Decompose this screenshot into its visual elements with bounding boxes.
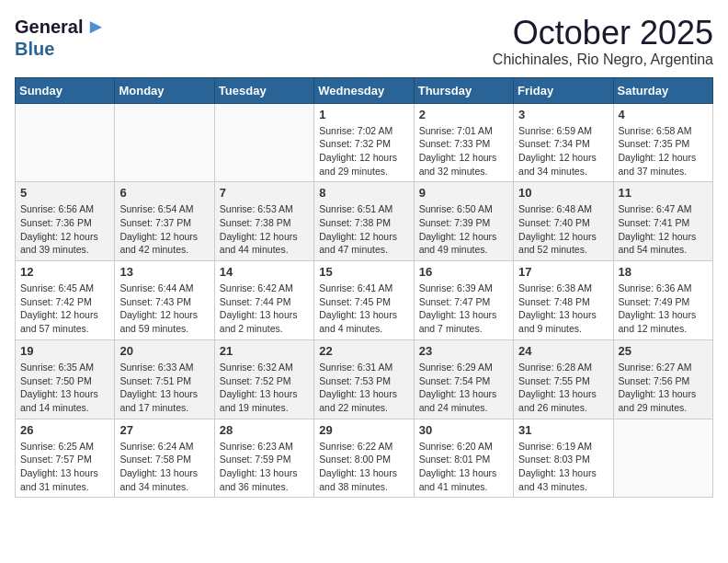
calendar-cell: 25Sunrise: 6:27 AM Sunset: 7:56 PM Dayli… xyxy=(613,339,712,419)
day-number: 9 xyxy=(419,186,508,200)
page-header: General ► Blue October 2025 Chichinales,… xyxy=(15,15,713,68)
logo-blue: Blue xyxy=(15,39,54,59)
day-number: 19 xyxy=(20,344,109,358)
day-number: 7 xyxy=(220,186,309,200)
day-number: 22 xyxy=(319,344,408,358)
day-number: 8 xyxy=(319,186,408,200)
day-detail: Sunrise: 6:48 AM Sunset: 7:40 PM Dayligh… xyxy=(518,202,608,257)
calendar-week-row: 26Sunrise: 6:25 AM Sunset: 7:57 PM Dayli… xyxy=(16,419,713,498)
calendar-cell: 6Sunrise: 6:54 AM Sunset: 7:37 PM Daylig… xyxy=(115,182,214,261)
day-detail: Sunrise: 6:19 AM Sunset: 8:03 PM Dayligh… xyxy=(518,440,608,494)
day-number: 17 xyxy=(518,265,608,279)
day-number: 18 xyxy=(619,265,708,279)
day-number: 15 xyxy=(319,265,408,279)
day-number: 30 xyxy=(419,423,508,437)
logo-general: General xyxy=(15,17,83,37)
day-detail: Sunrise: 7:02 AM Sunset: 7:32 PM Dayligh… xyxy=(319,124,408,178)
weekday-header-saturday: Saturday xyxy=(613,77,712,103)
day-number: 13 xyxy=(119,265,209,279)
day-detail: Sunrise: 6:20 AM Sunset: 8:01 PM Dayligh… xyxy=(419,440,508,494)
calendar-cell: 11Sunrise: 6:47 AM Sunset: 7:41 PM Dayli… xyxy=(613,182,712,261)
day-detail: Sunrise: 6:22 AM Sunset: 8:00 PM Dayligh… xyxy=(319,440,408,494)
location-title: Chichinales, Rio Negro, Argentina xyxy=(493,52,713,68)
day-number: 20 xyxy=(119,344,209,358)
weekday-header-friday: Friday xyxy=(514,77,613,103)
month-title: October 2025 xyxy=(493,15,713,52)
day-number: 4 xyxy=(619,108,708,121)
day-detail: Sunrise: 6:38 AM Sunset: 7:48 PM Dayligh… xyxy=(518,282,608,336)
day-detail: Sunrise: 6:47 AM Sunset: 7:41 PM Dayligh… xyxy=(619,202,708,257)
calendar-cell: 17Sunrise: 6:38 AM Sunset: 7:48 PM Dayli… xyxy=(514,261,613,340)
day-number: 1 xyxy=(319,108,408,121)
calendar-cell: 10Sunrise: 6:48 AM Sunset: 7:40 PM Dayli… xyxy=(514,182,613,261)
day-number: 26 xyxy=(20,423,109,437)
day-number: 28 xyxy=(220,423,309,437)
day-detail: Sunrise: 6:41 AM Sunset: 7:45 PM Dayligh… xyxy=(319,282,408,336)
day-detail: Sunrise: 6:53 AM Sunset: 7:38 PM Dayligh… xyxy=(220,202,309,257)
day-number: 31 xyxy=(518,423,608,437)
day-detail: Sunrise: 6:25 AM Sunset: 7:57 PM Dayligh… xyxy=(20,440,109,494)
calendar-cell: 30Sunrise: 6:20 AM Sunset: 8:01 PM Dayli… xyxy=(414,419,513,498)
day-number: 23 xyxy=(419,344,508,358)
day-detail: Sunrise: 7:01 AM Sunset: 7:33 PM Dayligh… xyxy=(419,124,508,178)
calendar-cell: 31Sunrise: 6:19 AM Sunset: 8:03 PM Dayli… xyxy=(514,419,613,498)
calendar-cell: 26Sunrise: 6:25 AM Sunset: 7:57 PM Dayli… xyxy=(16,419,115,498)
calendar-week-row: 12Sunrise: 6:45 AM Sunset: 7:42 PM Dayli… xyxy=(16,261,713,340)
day-detail: Sunrise: 6:32 AM Sunset: 7:52 PM Dayligh… xyxy=(220,361,309,415)
day-detail: Sunrise: 6:35 AM Sunset: 7:50 PM Dayligh… xyxy=(20,361,109,415)
day-detail: Sunrise: 6:51 AM Sunset: 7:38 PM Dayligh… xyxy=(319,202,408,257)
day-number: 27 xyxy=(119,423,209,437)
weekday-header-row: SundayMondayTuesdayWednesdayThursdayFrid… xyxy=(16,77,713,103)
day-number: 2 xyxy=(419,108,508,121)
calendar-cell xyxy=(16,103,115,182)
logo: General ► Blue xyxy=(15,15,106,59)
day-detail: Sunrise: 6:33 AM Sunset: 7:51 PM Dayligh… xyxy=(119,361,209,415)
day-number: 10 xyxy=(518,186,608,200)
day-detail: Sunrise: 6:39 AM Sunset: 7:47 PM Dayligh… xyxy=(419,282,508,336)
day-number: 16 xyxy=(419,265,508,279)
day-detail: Sunrise: 6:58 AM Sunset: 7:35 PM Dayligh… xyxy=(619,124,708,178)
day-detail: Sunrise: 6:36 AM Sunset: 7:49 PM Dayligh… xyxy=(619,282,708,336)
day-detail: Sunrise: 6:27 AM Sunset: 7:56 PM Dayligh… xyxy=(619,361,708,415)
calendar-cell: 16Sunrise: 6:39 AM Sunset: 7:47 PM Dayli… xyxy=(414,261,513,340)
day-number: 14 xyxy=(220,265,309,279)
calendar-cell: 3Sunrise: 6:59 AM Sunset: 7:34 PM Daylig… xyxy=(514,103,613,182)
calendar-cell: 14Sunrise: 6:42 AM Sunset: 7:44 PM Dayli… xyxy=(214,261,313,340)
calendar-cell: 19Sunrise: 6:35 AM Sunset: 7:50 PM Dayli… xyxy=(16,339,115,419)
calendar-cell xyxy=(115,103,214,182)
weekday-header-tuesday: Tuesday xyxy=(214,77,313,103)
day-detail: Sunrise: 6:31 AM Sunset: 7:53 PM Dayligh… xyxy=(319,361,408,415)
calendar-week-row: 5Sunrise: 6:56 AM Sunset: 7:36 PM Daylig… xyxy=(16,182,713,261)
weekday-header-monday: Monday xyxy=(115,77,214,103)
calendar-cell: 21Sunrise: 6:32 AM Sunset: 7:52 PM Dayli… xyxy=(214,339,313,419)
day-detail: Sunrise: 6:28 AM Sunset: 7:55 PM Dayligh… xyxy=(518,361,608,415)
day-number: 11 xyxy=(619,186,708,200)
logo-arrow-icon: ► xyxy=(85,15,106,39)
day-number: 6 xyxy=(119,186,209,200)
day-detail: Sunrise: 6:45 AM Sunset: 7:42 PM Dayligh… xyxy=(20,282,109,336)
day-detail: Sunrise: 6:56 AM Sunset: 7:36 PM Dayligh… xyxy=(20,202,109,257)
day-detail: Sunrise: 6:42 AM Sunset: 7:44 PM Dayligh… xyxy=(220,282,309,336)
calendar-cell: 23Sunrise: 6:29 AM Sunset: 7:54 PM Dayli… xyxy=(414,339,513,419)
calendar-cell: 15Sunrise: 6:41 AM Sunset: 7:45 PM Dayli… xyxy=(314,261,414,340)
day-number: 3 xyxy=(518,108,608,121)
calendar-cell xyxy=(613,419,712,498)
calendar-week-row: 1Sunrise: 7:02 AM Sunset: 7:32 PM Daylig… xyxy=(16,103,713,182)
day-detail: Sunrise: 6:23 AM Sunset: 7:59 PM Dayligh… xyxy=(220,440,309,494)
day-number: 5 xyxy=(20,186,109,200)
calendar-cell: 18Sunrise: 6:36 AM Sunset: 7:49 PM Dayli… xyxy=(613,261,712,340)
day-number: 12 xyxy=(20,265,109,279)
day-number: 21 xyxy=(220,344,309,358)
day-number: 29 xyxy=(319,423,408,437)
calendar-cell: 28Sunrise: 6:23 AM Sunset: 7:59 PM Dayli… xyxy=(214,419,313,498)
calendar-cell: 4Sunrise: 6:58 AM Sunset: 7:35 PM Daylig… xyxy=(613,103,712,182)
calendar-cell: 27Sunrise: 6:24 AM Sunset: 7:58 PM Dayli… xyxy=(115,419,214,498)
calendar-cell: 24Sunrise: 6:28 AM Sunset: 7:55 PM Dayli… xyxy=(514,339,613,419)
calendar-week-row: 19Sunrise: 6:35 AM Sunset: 7:50 PM Dayli… xyxy=(16,339,713,419)
calendar-cell: 8Sunrise: 6:51 AM Sunset: 7:38 PM Daylig… xyxy=(314,182,414,261)
day-number: 25 xyxy=(619,344,708,358)
calendar-title-area: October 2025 Chichinales, Rio Negro, Arg… xyxy=(493,15,713,68)
calendar-cell: 12Sunrise: 6:45 AM Sunset: 7:42 PM Dayli… xyxy=(16,261,115,340)
weekday-header-thursday: Thursday xyxy=(414,77,513,103)
day-detail: Sunrise: 6:54 AM Sunset: 7:37 PM Dayligh… xyxy=(119,202,209,257)
